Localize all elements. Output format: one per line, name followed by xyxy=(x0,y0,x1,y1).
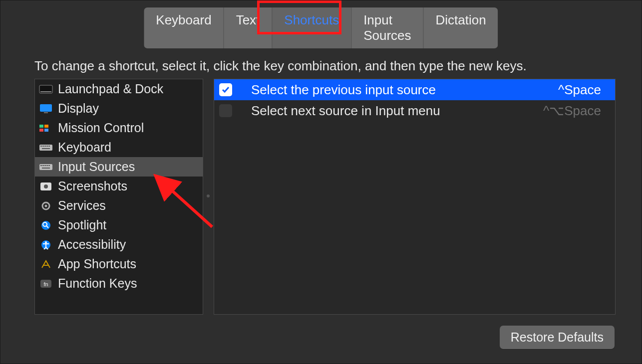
accessibility-icon xyxy=(39,239,53,250)
tab-dictation[interactable]: Dictation xyxy=(424,7,498,48)
category-services[interactable]: Services xyxy=(35,196,203,215)
category-display[interactable]: Display xyxy=(35,99,203,118)
app-shortcuts-icon xyxy=(39,259,53,270)
split-handle[interactable] xyxy=(207,194,210,197)
category-spotlight[interactable]: Spotlight xyxy=(35,215,203,235)
category-input-sources[interactable]: Input Sources xyxy=(35,157,203,177)
svg-rect-17 xyxy=(42,165,44,166)
svg-rect-10 xyxy=(42,146,44,147)
shortcut-row[interactable]: Select the previous input source^Space xyxy=(214,79,615,100)
svg-rect-15 xyxy=(39,164,52,170)
tab-shortcuts[interactable]: Shortcuts xyxy=(272,7,351,48)
shortcut-label: Select the previous input source xyxy=(241,82,549,98)
keyboard-preferences-window: KeyboardTextShortcutsInput SourcesDictat… xyxy=(0,0,642,364)
svg-rect-3 xyxy=(44,112,48,113)
svg-point-25 xyxy=(45,204,47,207)
category-label: Function Keys xyxy=(58,276,137,291)
restore-defaults-button[interactable]: Restore Defaults xyxy=(500,326,615,349)
shortcut-label: Select next source in Input menu xyxy=(241,103,534,119)
instruction-text: To change a shortcut, select it, click t… xyxy=(34,58,527,74)
category-mission-control[interactable]: Mission Control xyxy=(35,118,203,138)
svg-rect-4 xyxy=(39,125,43,128)
svg-rect-16 xyxy=(40,165,42,166)
category-label: Launchpad & Dock xyxy=(58,82,163,96)
keyboard-icon xyxy=(39,142,53,153)
svg-rect-2 xyxy=(40,104,52,112)
svg-rect-1 xyxy=(40,91,51,92)
tab-bar: KeyboardTextShortcutsInput SourcesDictat… xyxy=(144,7,498,48)
display-icon xyxy=(39,103,53,114)
category-accessibility[interactable]: Accessibility xyxy=(35,235,203,254)
mission-control-icon xyxy=(39,123,53,134)
spotlight-icon xyxy=(39,220,53,231)
shortcut-keys[interactable]: ^⌥Space xyxy=(543,103,601,119)
category-label: Keyboard xyxy=(58,140,111,155)
svg-rect-13 xyxy=(48,146,50,147)
category-label: Services xyxy=(58,198,106,213)
svg-rect-7 xyxy=(44,129,48,132)
svg-rect-20 xyxy=(48,165,50,166)
svg-point-30 xyxy=(45,241,47,243)
svg-point-23 xyxy=(44,184,48,188)
svg-rect-5 xyxy=(44,125,48,128)
category-label: App Shortcuts xyxy=(58,257,136,271)
tab-text[interactable]: Text xyxy=(224,7,273,48)
category-app-shortcuts[interactable]: App Shortcuts xyxy=(35,254,203,274)
category-label: Input Sources xyxy=(58,160,135,174)
category-label: Spotlight xyxy=(58,218,106,232)
category-list: Launchpad & DockDisplayMission ControlKe… xyxy=(34,79,203,315)
category-label: Mission Control xyxy=(58,121,144,135)
gear-icon xyxy=(39,200,53,211)
keyboard-icon xyxy=(39,162,53,173)
category-function-keys[interactable]: fnFunction Keys xyxy=(35,274,203,293)
category-label: Screenshots xyxy=(58,179,127,193)
shortcut-keys[interactable]: ^Space xyxy=(558,82,601,98)
shortcut-row[interactable]: Select next source in Input menu^⌥Space xyxy=(214,100,615,121)
shortcut-checkbox[interactable] xyxy=(219,104,232,117)
svg-rect-8 xyxy=(39,145,52,151)
category-label: Accessibility xyxy=(58,237,126,252)
svg-rect-18 xyxy=(44,165,46,166)
tab-input-sources[interactable]: Input Sources xyxy=(351,7,423,48)
fn-icon: fn xyxy=(39,278,53,289)
category-keyboard[interactable]: Keyboard xyxy=(35,138,203,157)
shortcut-list: Select the previous input source^SpaceSe… xyxy=(214,79,616,315)
launchpad-icon xyxy=(39,84,53,95)
category-label: Display xyxy=(58,101,99,116)
svg-rect-9 xyxy=(40,146,42,147)
svg-rect-21 xyxy=(42,168,50,169)
category-screenshots[interactable]: Screenshots xyxy=(35,177,203,196)
category-launchpad-dock[interactable]: Launchpad & Dock xyxy=(35,79,203,99)
svg-rect-11 xyxy=(44,146,46,147)
tab-keyboard[interactable]: Keyboard xyxy=(144,7,224,48)
screenshot-icon xyxy=(39,181,53,192)
shortcut-checkbox[interactable] xyxy=(219,83,232,96)
svg-rect-19 xyxy=(46,165,48,166)
svg-rect-6 xyxy=(39,129,43,132)
svg-rect-12 xyxy=(46,146,48,147)
svg-rect-14 xyxy=(42,148,50,149)
svg-text:fn: fn xyxy=(43,281,48,287)
